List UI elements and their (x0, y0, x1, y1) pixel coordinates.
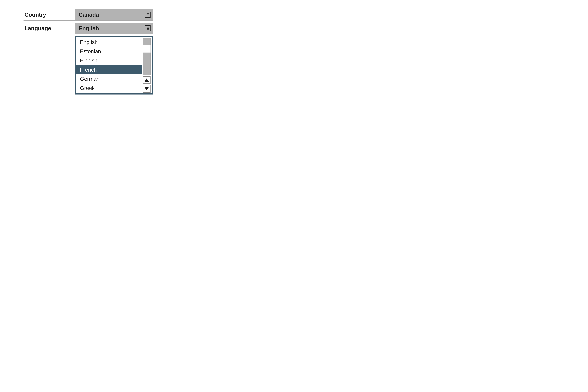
arrow-down-icon (145, 87, 149, 90)
dropdown-list-icon (145, 26, 151, 31)
dropdown-list-icon (145, 12, 151, 18)
svg-marker-1 (146, 16, 147, 16)
option-list: English Estonian Finnish French German G… (77, 38, 142, 92)
scroll-down-button[interactable] (143, 85, 151, 92)
settings-form: Country Canada Language English (24, 10, 153, 94)
scroll-track[interactable] (143, 38, 151, 75)
option-greek[interactable]: Greek (77, 84, 142, 92)
country-select[interactable]: Canada (75, 10, 153, 20)
language-field-row: Language English (24, 23, 153, 34)
option-estonian[interactable]: Estonian (77, 47, 142, 56)
option-finnish[interactable]: Finnish (77, 56, 142, 65)
language-value: English (79, 25, 99, 32)
country-field-row: Country Canada (24, 10, 153, 21)
country-label: Country (24, 10, 75, 20)
scroll-up-button[interactable] (143, 76, 151, 84)
scrollbar (142, 38, 151, 92)
option-english[interactable]: English (77, 38, 142, 47)
arrow-up-icon (145, 78, 149, 82)
option-french[interactable]: French (77, 65, 142, 74)
language-dropdown-panel: English Estonian Finnish French German G… (75, 36, 153, 94)
svg-marker-7 (146, 29, 147, 30)
scroll-thumb[interactable] (143, 45, 151, 53)
country-value: Canada (79, 12, 99, 18)
option-german[interactable]: German (77, 74, 142, 84)
language-label: Language (24, 23, 75, 34)
language-select[interactable]: English (75, 23, 153, 34)
